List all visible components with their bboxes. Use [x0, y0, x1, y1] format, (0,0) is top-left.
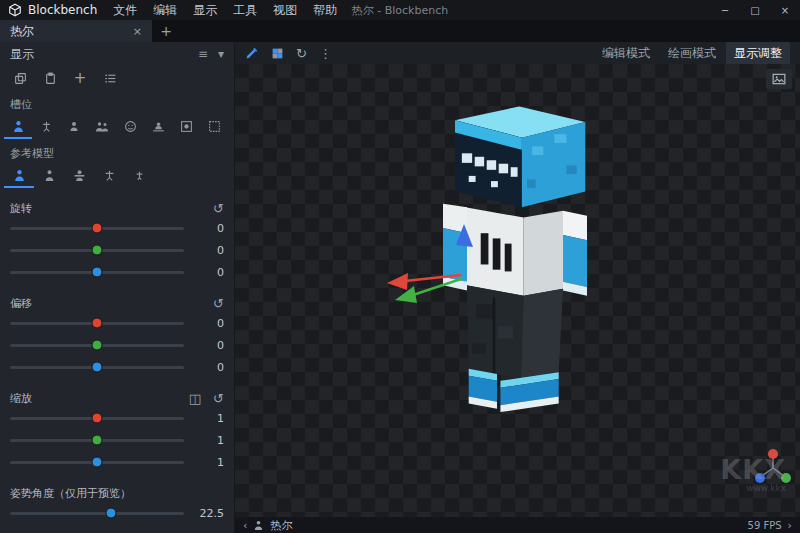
screenshot-button[interactable]	[766, 69, 792, 89]
menu-view[interactable]: 视图	[265, 0, 305, 20]
menu-edit[interactable]: 编辑	[145, 0, 185, 20]
ref-zombie-icon[interactable]	[64, 164, 94, 188]
slider-handle-z[interactable]	[92, 457, 103, 468]
scale-y-value[interactable]: 1	[194, 434, 224, 447]
ref-armorstand-small-icon[interactable]	[124, 164, 154, 188]
more-menu-icon[interactable]: ⋮	[319, 46, 332, 61]
slider-handle-z[interactable]	[92, 267, 103, 278]
ref-armorstand-icon[interactable]	[94, 164, 124, 188]
close-button[interactable]: ×	[770, 0, 800, 20]
scale-z-slider[interactable]: 1	[0, 451, 234, 473]
slider-handle-x[interactable]	[92, 413, 103, 424]
offset-y-value[interactable]: 0	[194, 339, 224, 352]
slot-head-icon[interactable]	[116, 115, 144, 139]
tabbar: 热尔 × +	[0, 20, 800, 42]
slot-player-icon[interactable]	[4, 115, 32, 139]
slider-track[interactable]	[10, 227, 184, 230]
rotation-reset-button[interactable]: ↺	[213, 201, 224, 216]
mode-display[interactable]: 显示调整	[726, 42, 790, 64]
minimize-button[interactable]: ─	[710, 0, 740, 20]
slider-handle-y[interactable]	[92, 340, 103, 351]
slot-crouch-player-icon[interactable]	[60, 115, 88, 139]
offset-z-slider[interactable]: 0	[0, 356, 234, 378]
slider-track[interactable]	[10, 344, 184, 347]
rotation-x-slider[interactable]: 0	[0, 217, 234, 239]
offset-z-value[interactable]: 0	[194, 361, 224, 374]
prev-slot-icon[interactable]: ‹	[243, 519, 247, 532]
menu-help[interactable]: 帮助	[305, 0, 345, 20]
rotation-z-value[interactable]: 0	[194, 266, 224, 279]
scale-x-value[interactable]: 1	[194, 412, 224, 425]
titlebar: Blockbench 文件 编辑 显示 工具 视图 帮助 热尔 - Blockb…	[0, 0, 800, 20]
slider-track[interactable]	[10, 417, 184, 420]
viewport-toolbar: ↻ ⋮ 编辑模式 绘画模式 显示调整	[235, 42, 800, 64]
slider-track[interactable]	[10, 439, 184, 442]
reference-model-row	[0, 164, 234, 188]
slot-armorstand-icon[interactable]	[32, 115, 60, 139]
copy-button[interactable]	[8, 68, 32, 88]
slider-track[interactable]	[10, 249, 184, 252]
slider-track[interactable]	[10, 512, 184, 515]
slider-handle-x[interactable]	[92, 318, 103, 329]
view-axis-gizmo[interactable]	[755, 449, 791, 483]
menu-display[interactable]: 显示	[185, 0, 225, 20]
menu-tools[interactable]: 工具	[225, 0, 265, 20]
add-button[interactable]: +	[68, 68, 92, 88]
maximize-button[interactable]: □	[740, 0, 770, 20]
paste-button[interactable]	[38, 68, 62, 88]
axis-cone-z[interactable]	[456, 224, 473, 247]
rotation-label: 旋转	[10, 201, 32, 216]
scale-section: 缩放 ◫ ↺ 1 1 1	[0, 389, 234, 473]
viewport-3d[interactable]: KKX www.kkx	[235, 64, 800, 517]
slider-handle-y[interactable]	[92, 435, 103, 446]
scale-mirror-button[interactable]: ◫	[189, 391, 201, 406]
brush-tool-icon[interactable]	[245, 46, 259, 60]
scale-y-slider[interactable]: 1	[0, 429, 234, 451]
checkerboard-icon[interactable]	[271, 47, 284, 60]
pose-angle-slider[interactable]: 22.5	[0, 502, 234, 524]
slot-gui-icon[interactable]	[200, 115, 228, 139]
slider-handle[interactable]	[105, 508, 116, 519]
slot-ground-icon[interactable]	[144, 115, 172, 139]
tab-project[interactable]: 热尔 ×	[0, 20, 152, 42]
slider-track[interactable]	[10, 461, 184, 464]
mode-paint[interactable]: 绘画模式	[660, 42, 724, 64]
rotation-y-value[interactable]: 0	[194, 244, 224, 257]
tab-close-icon[interactable]: ×	[133, 25, 142, 38]
slot-frame-icon[interactable]	[172, 115, 200, 139]
next-slot-icon[interactable]: ›	[788, 519, 792, 532]
panel-menu-icon[interactable]: ≡	[198, 47, 208, 61]
player-icon	[253, 520, 264, 531]
ref-player-icon[interactable]	[4, 164, 34, 188]
tab-label: 热尔	[10, 23, 125, 40]
offset-x-slider[interactable]: 0	[0, 312, 234, 334]
slider-handle-x[interactable]	[92, 223, 103, 234]
offset-x-value[interactable]: 0	[194, 317, 224, 330]
rotation-z-slider[interactable]: 0	[0, 261, 234, 283]
slider-handle-y[interactable]	[92, 245, 103, 256]
fps-counter: 59 FPS	[748, 520, 782, 531]
scale-x-slider[interactable]: 1	[0, 407, 234, 429]
ref-player-slim-icon[interactable]	[34, 164, 64, 188]
scale-z-value[interactable]: 1	[194, 456, 224, 469]
slider-handle-z[interactable]	[92, 362, 103, 373]
rotation-x-value[interactable]: 0	[194, 222, 224, 235]
slider-track[interactable]	[10, 271, 184, 274]
offset-y-slider[interactable]: 0	[0, 334, 234, 356]
offset-reset-button[interactable]: ↺	[213, 296, 224, 311]
window-controls: ─ □ ×	[710, 0, 800, 20]
slider-track[interactable]	[10, 366, 184, 369]
slot-two-players-icon[interactable]	[88, 115, 116, 139]
pose-angle-value[interactable]: 22.5	[194, 507, 224, 520]
presets-list-button[interactable]	[98, 68, 122, 88]
rotation-y-slider[interactable]: 0	[0, 239, 234, 261]
slider-track[interactable]	[10, 322, 184, 325]
mode-switcher: 编辑模式 绘画模式 显示调整	[594, 42, 790, 64]
menubar: 文件 编辑 显示 工具 视图 帮助	[105, 0, 345, 20]
menu-file[interactable]: 文件	[105, 0, 145, 20]
reload-view-icon[interactable]: ↻	[296, 46, 307, 61]
mode-edit[interactable]: 编辑模式	[594, 42, 658, 64]
new-tab-button[interactable]: +	[152, 20, 180, 42]
panel-collapse-icon[interactable]: ▾	[218, 47, 224, 61]
scale-reset-button[interactable]: ↺	[213, 391, 224, 406]
